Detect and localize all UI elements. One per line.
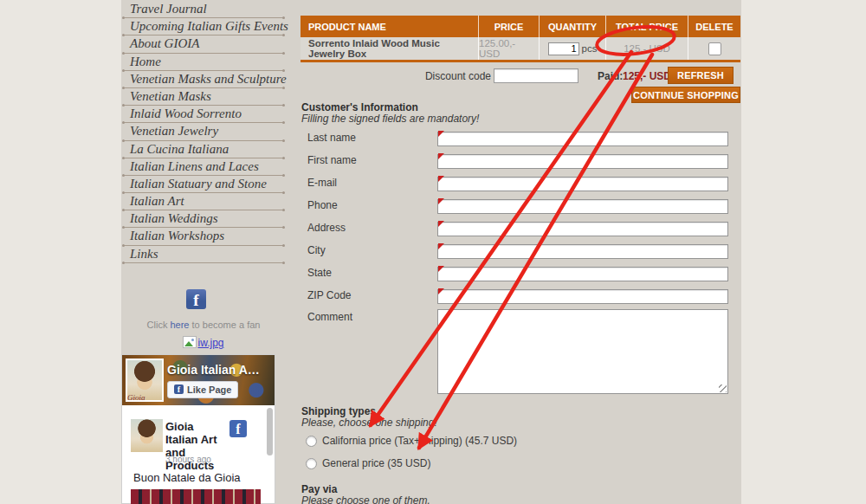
sidebar-item-label: La Cucina Italiana	[123, 141, 284, 157]
phone-label: Phone	[307, 199, 429, 211]
divider	[123, 262, 284, 263]
first-name-field-wrap	[437, 152, 728, 167]
delete-cell	[688, 37, 740, 60]
product-price: 125.00,- USD	[479, 37, 540, 60]
sidebar-item-label: Italian Statuary and Stone	[123, 176, 284, 191]
email-field[interactable]	[437, 177, 728, 191]
sidebar-item-italian-workshops[interactable]: Italian Workshops	[123, 228, 284, 245]
sidebar-item-label: Venetian Masks	[123, 88, 284, 104]
shipping-option-label: General price (35 USD)	[322, 457, 430, 469]
shipping-option-label: California price (Tax+shipping) (45.7 US…	[322, 435, 517, 447]
refresh-button[interactable]: REFRESH	[668, 67, 734, 84]
broken-image-link[interactable]: iw.jpg	[121, 336, 286, 349]
sidebar-item-label: Italian Art	[123, 193, 284, 209]
sidebar-item-travel-journal[interactable]: Travel Journal	[123, 1, 284, 18]
last-name-label: Last name	[307, 132, 429, 144]
city-field[interactable]	[437, 244, 728, 259]
cart-table: PRODUCT NAME PRICE QUANTITY TOTAL PRICE …	[301, 16, 740, 62]
delete-checkbox[interactable]	[708, 42, 721, 55]
post-text: Buon Natale da Gioia	[133, 471, 241, 484]
product-name: Sorrento Inlaid Wood Music Jewelry Box	[301, 37, 479, 60]
post-photo[interactable]	[131, 489, 261, 504]
sidebar-item-label: Inlaid Wood Sorrento	[123, 106, 284, 121]
sidebar-item-italian-art[interactable]: Italian Art	[123, 193, 284, 210]
facebook-page-widget: Gioia Gioia Italian A… fLike Page Gioia …	[121, 354, 275, 504]
quantity-unit: pcs	[582, 43, 598, 54]
zip-code-label: ZIP Code	[307, 289, 429, 301]
avatar	[131, 419, 163, 452]
sidebar-item-home[interactable]: Home	[123, 54, 284, 71]
sidebar-item-italian-linens[interactable]: Italian Linens and Laces	[123, 158, 284, 176]
sidebar-item-label: Links	[123, 246, 284, 262]
facebook-page-title[interactable]: Gioia Italian A…	[167, 363, 271, 377]
email-label: E-mail	[307, 177, 429, 189]
shipping-option-general[interactable]: General price (35 USD)	[306, 457, 430, 469]
last-name-field[interactable]	[437, 132, 728, 146]
phone-field-wrap	[437, 197, 728, 212]
column-delete: DELETE	[688, 16, 740, 37]
quantity-input[interactable]	[548, 42, 579, 55]
cart-row: Sorrento Inlaid Wood Music Jewelry Box 1…	[301, 37, 740, 60]
facebook-icon[interactable]: f	[186, 289, 206, 309]
sidebar-item-italian-weddings[interactable]: Italian Weddings	[123, 210, 284, 228]
fan-text-prefix: Click	[147, 320, 171, 330]
widget-scrollbar[interactable]	[267, 408, 273, 456]
sidebar-item-label: Home	[123, 54, 284, 69]
sidebar-item-label: Italian Weddings	[123, 210, 284, 226]
sidebar-item-label: Travel Journal	[123, 1, 284, 16]
sidebar-item-label: Venetian Jewelry	[123, 123, 284, 139]
post-author-avatar[interactable]	[131, 419, 163, 452]
shipping-title: Shipping types	[301, 405, 376, 417]
like-page-button[interactable]: fLike Page	[167, 381, 238, 398]
sidebar-item-venetian-masks[interactable]: Venetian Masks	[123, 88, 284, 106]
address-field[interactable]	[437, 222, 728, 236]
sidebar-item-label: About GIOIA	[123, 36, 284, 51]
phone-field[interactable]	[437, 199, 728, 214]
become-fan-link[interactable]: here	[170, 320, 189, 330]
sidebar-item-label: Italian Workshops	[123, 228, 284, 243]
sidebar-item-label: Venetian Masks and Sculpture	[123, 71, 284, 87]
column-quantity: QUANTITY	[540, 16, 606, 37]
sidebar-item-label: Italian Linens and Laces	[123, 158, 284, 174]
state-field[interactable]	[437, 267, 728, 281]
city-label: City	[307, 244, 429, 256]
customer-info-title: Customer's Information	[301, 101, 418, 113]
paid-label: Paid:	[598, 70, 623, 82]
cart-table-header: PRODUCT NAME PRICE QUANTITY TOTAL PRICE …	[301, 16, 740, 37]
shipping-option-california[interactable]: California price (Tax+shipping) (45.7 US…	[306, 435, 517, 447]
first-name-field[interactable]	[437, 154, 728, 169]
post-author-name[interactable]: Gioia Italian Art and Products	[165, 420, 226, 472]
customer-info-subtitle: Filling the signed fields are mandatory!	[301, 113, 479, 125]
sidebar-item-links[interactable]: Links	[123, 246, 284, 263]
sidebar-item-la-cucina-italiana[interactable]: La Cucina Italiana	[123, 141, 284, 158]
column-price: PRICE	[479, 16, 540, 37]
radio-button[interactable]	[306, 458, 317, 469]
column-product-name: PRODUCT NAME	[301, 16, 479, 37]
state-label: State	[307, 267, 429, 279]
pay-via-subtitle: Please choose one of them.	[301, 494, 430, 504]
radio-button[interactable]	[306, 436, 317, 447]
state-field-wrap	[437, 265, 728, 280]
facebook-logo-icon[interactable]: f	[229, 420, 247, 437]
sidebar-item-italian-statuary[interactable]: Italian Statuary and Stone	[123, 176, 284, 193]
continue-shopping-button[interactable]: CONTINUE SHOPPING	[631, 87, 740, 103]
facebook-page-avatar[interactable]: Gioia	[126, 359, 164, 402]
post-timestamp[interactable]: 3 hours ago	[165, 455, 211, 464]
zip-code-field[interactable]	[437, 289, 728, 304]
email-field-wrap	[437, 175, 728, 190]
broken-image-label: iw.jpg	[197, 337, 223, 349]
sidebar-item-inlaid-wood-sorrento[interactable]: Inlaid Wood Sorrento	[123, 106, 284, 123]
broken-image-icon	[183, 336, 197, 348]
comment-field[interactable]	[437, 309, 728, 394]
shipping-subtitle: Please, choose one shipping!	[301, 417, 437, 429]
discount-code-input[interactable]	[494, 68, 578, 83]
become-fan-text: Click here to become a fan	[121, 320, 286, 330]
sidebar-item-venetian-jewelry[interactable]: Venetian Jewelry	[123, 123, 284, 140]
paid-value: 125,- USD	[623, 70, 671, 82]
sidebar-item-label: Upcoming Italian Gifts Events	[123, 18, 284, 34]
total-price: 125,- USD	[606, 37, 688, 60]
sidebar-item-about-gioia[interactable]: About GIOIA	[123, 36, 284, 53]
facebook-icon: f	[174, 384, 184, 394]
sidebar-item-venetian-masks-sculpture[interactable]: Venetian Masks and Sculpture	[123, 71, 284, 88]
sidebar-item-upcoming-events[interactable]: Upcoming Italian Gifts Events	[123, 18, 284, 36]
